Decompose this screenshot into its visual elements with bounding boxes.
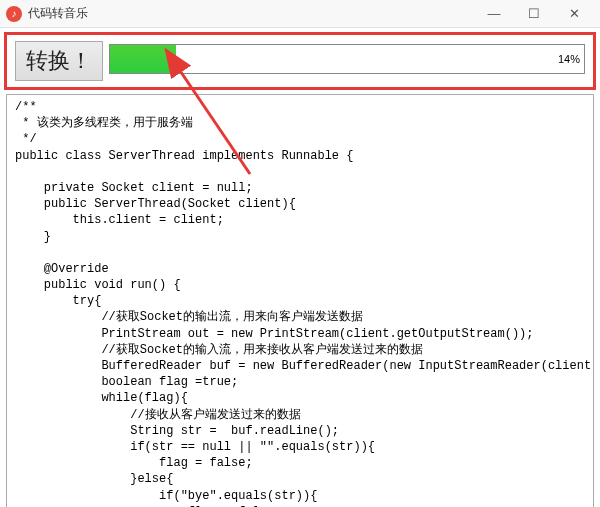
code-editor-area[interactable]: /** * 该类为多线程类，用于服务端 */ public class Serv…: [6, 94, 594, 507]
app-icon: ♪: [6, 6, 22, 22]
toolbar-highlight-box: 转换！ 14%: [4, 32, 596, 90]
window-titlebar: ♪ 代码转音乐 — ☐ ✕: [0, 0, 600, 28]
window-title: 代码转音乐: [28, 5, 474, 22]
code-content: /** * 该类为多线程类，用于服务端 */ public class Serv…: [15, 99, 585, 507]
maximize-button[interactable]: ☐: [514, 0, 554, 28]
progress-bar-container: 14%: [109, 44, 585, 74]
close-button[interactable]: ✕: [554, 0, 594, 28]
progress-percent-label: 14%: [558, 53, 580, 65]
convert-button[interactable]: 转换！: [15, 41, 103, 81]
window-controls: — ☐ ✕: [474, 0, 594, 28]
progress-bar-fill: [110, 45, 176, 73]
minimize-button[interactable]: —: [474, 0, 514, 28]
